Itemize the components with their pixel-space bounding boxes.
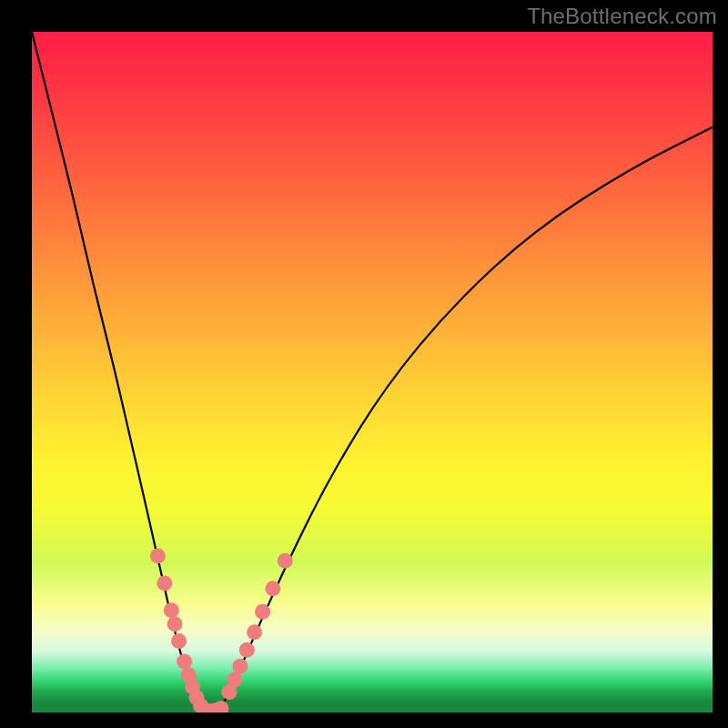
highlight-dot xyxy=(255,604,270,620)
highlight-dot xyxy=(150,548,166,563)
highlight-dot xyxy=(227,672,242,688)
highlight-dot xyxy=(171,633,187,649)
highlight-dot xyxy=(157,575,172,591)
highlight-dots-left xyxy=(150,548,208,713)
curve-line xyxy=(32,32,713,713)
plot-area xyxy=(32,32,713,713)
highlight-dot xyxy=(167,616,183,632)
highlight-dot xyxy=(247,624,262,640)
highlight-dot xyxy=(164,602,179,618)
highlight-dot xyxy=(239,642,255,658)
highlight-dot xyxy=(177,653,192,669)
highlight-dot xyxy=(213,701,228,713)
curve-svg xyxy=(32,32,713,713)
watermark-text: TheBottleneck.com xyxy=(527,4,717,29)
highlight-dot xyxy=(265,581,280,596)
chart-frame: TheBottleneck.com xyxy=(0,0,728,728)
bottleneck-curve xyxy=(32,32,713,713)
highlight-dot xyxy=(232,659,248,674)
highlight-dot xyxy=(278,553,293,569)
